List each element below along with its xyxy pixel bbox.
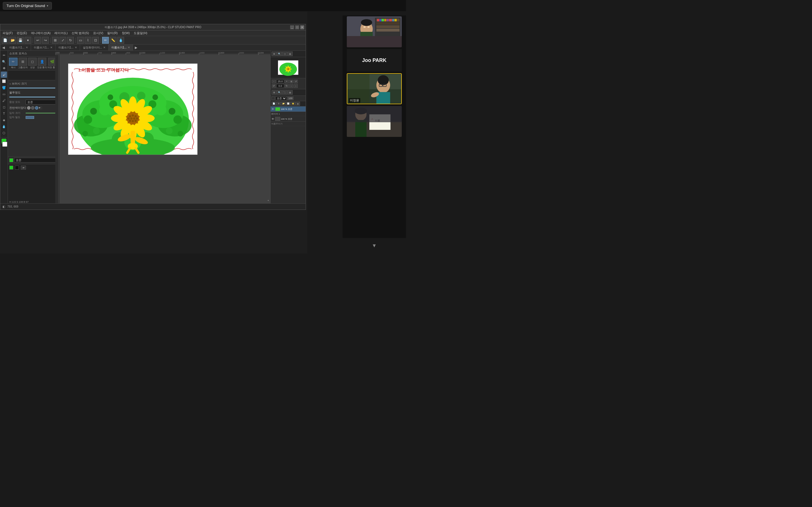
layer-copy-btn[interactable]: ⧉ <box>276 102 281 106</box>
layer-blend-icon[interactable] <box>271 97 275 100</box>
crop-button[interactable]: ⊡ <box>92 37 99 44</box>
layer-opacity-input[interactable] <box>287 97 294 100</box>
restore-button[interactable]: □ <box>295 25 299 29</box>
tool-fill[interactable]: 🪣 <box>1 84 7 91</box>
zoom-increase[interactable]: + <box>285 80 289 83</box>
status-page-icon[interactable]: ◧ <box>3 205 5 208</box>
rotate-button[interactable]: ↻ <box>67 37 74 44</box>
color-swap-btn[interactable]: ⇄ <box>21 166 26 170</box>
layer-icon-1[interactable]: ⊞ <box>271 90 276 95</box>
layer-item-2[interactable]: 👁 100 % 포준 <box>271 116 306 122</box>
sub-tool-item-human[interactable]: 👤 인공 통각 <box>37 58 47 69</box>
layer-item-1[interactable]: 👁 100 % 포준 <box>271 107 306 112</box>
zoom-input[interactable] <box>276 79 284 83</box>
tab-1[interactable]: 이름쓰기1... ✕ <box>6 45 31 50</box>
pen-tool-button[interactable]: ✏ <box>102 37 109 44</box>
tool-background-color[interactable] <box>2 142 7 147</box>
canvas-area[interactable]: 1.이름을 쓰고 꾸며봅시다 <box>59 55 270 203</box>
sub-tool-item-1[interactable]: ✏ 복사 <box>9 58 17 69</box>
color-dropdown[interactable]: ▾ <box>39 106 42 110</box>
layer-icon-4[interactable]: ▤ <box>288 90 293 95</box>
tool-eyedropper[interactable]: 💧 <box>1 123 7 129</box>
color-circle-2[interactable] <box>31 106 35 110</box>
layer-delete-btn[interactable]: 🗑 <box>296 102 300 106</box>
active-color-swatch[interactable] <box>9 158 13 162</box>
open-file-button[interactable]: 📂 <box>9 37 16 44</box>
zoom-fit[interactable]: ⊞ <box>289 80 293 83</box>
menu-layer[interactable]: 레이어(L) <box>54 31 68 35</box>
original-sound-button[interactable]: Turn On Original Sound ▾ <box>3 2 52 10</box>
scroll-down-button[interactable]: ▼ <box>343 238 406 253</box>
layer-new-btn[interactable]: 📄 <box>271 102 276 106</box>
particle-density-bar[interactable] <box>26 116 34 119</box>
tool-brush[interactable]: 🖌 <box>1 71 7 78</box>
sub-tool-item-shape[interactable]: ◻ 모양 <box>28 58 37 69</box>
eyedropper-button[interactable]: 💧 <box>117 37 124 44</box>
color-circle-1[interactable] <box>27 106 31 110</box>
menu-view[interactable]: 표시(V) <box>92 31 104 35</box>
lasso-button[interactable]: ⌇ <box>85 37 91 44</box>
tab-close-2[interactable]: ✕ <box>50 46 52 49</box>
menu-file[interactable]: 파일(F) <box>2 31 13 35</box>
zoom-reset[interactable]: ↺ <box>294 80 298 83</box>
tool-pencil[interactable]: ✏ <box>1 52 7 58</box>
rot-left[interactable]: ↺ <box>272 84 276 88</box>
drawing-canvas[interactable]: 1.이름을 쓰고 꾸며봅시다 <box>68 63 198 155</box>
menu-help[interactable]: 도움말(H) <box>133 31 148 35</box>
tool-eraser[interactable]: ⬜ <box>1 78 7 84</box>
tab-close-4[interactable]: ✕ <box>103 46 105 49</box>
minimize-button[interactable]: _ <box>290 25 294 29</box>
menu-animation[interactable]: 애니메이션(A) <box>30 31 52 35</box>
zoom-decrease[interactable]: - <box>272 80 276 83</box>
selection-button[interactable]: ▭ <box>77 37 84 44</box>
flip-v[interactable]: ↕ <box>294 84 298 88</box>
tool-text[interactable]: T <box>1 110 7 117</box>
undo-button[interactable]: ↩ <box>35 37 41 44</box>
tool-move[interactable]: ✥ <box>1 65 7 71</box>
flip-h[interactable]: ↔ <box>289 84 293 88</box>
tool-3d[interactable]: ⬡ <box>1 130 7 136</box>
redo-button[interactable]: ↪ <box>42 37 49 44</box>
nav-icon-4[interactable]: ▤ <box>288 52 293 56</box>
new-file-button[interactable]: 📄 <box>2 37 8 44</box>
layer-group-btn[interactable]: 📁 <box>281 102 286 106</box>
layer-eye-2[interactable]: 👁 <box>271 117 274 121</box>
tab-scroll-right[interactable]: ▶ <box>133 45 139 50</box>
color-circle-3[interactable] <box>35 106 38 110</box>
ruler-tool-button[interactable]: 📏 <box>110 37 116 44</box>
tool-gradient[interactable]: ◈ <box>1 117 7 123</box>
background-color-swatch[interactable] <box>15 166 19 170</box>
rotation-input[interactable] <box>276 84 284 88</box>
save-file-button[interactable]: 💾 <box>17 37 24 44</box>
layer-blend-mode-select[interactable]: 표준 <box>275 96 287 100</box>
tool-shape[interactable]: ◻ <box>1 104 7 110</box>
tab-2[interactable]: 이름쓰기1... ✕ <box>31 45 56 50</box>
close-button[interactable]: ✕ <box>300 25 304 29</box>
layer-icon-2[interactable]: 🔍 <box>277 90 282 95</box>
nav-icon-3[interactable]: ◻ <box>282 52 287 56</box>
menu-edit[interactable]: 편집(E) <box>16 31 28 35</box>
tab-3[interactable]: 이름쓰기1... ✕ <box>56 45 80 50</box>
nav-icon-1[interactable]: ⊞ <box>271 52 276 56</box>
tab-scroll-left[interactable]: ◀ <box>0 45 6 50</box>
scale-button[interactable]: ⤢ <box>59 37 66 44</box>
tab-4[interactable]: 설정화면이미... ✕ <box>80 45 109 50</box>
menu-filter[interactable]: 필터(R) <box>106 31 118 35</box>
nav-icon-2[interactable]: 🔍 <box>277 52 282 56</box>
menu-select[interactable]: 선택 범위(S) <box>71 31 90 35</box>
layer-eye-1[interactable]: 👁 <box>271 107 274 111</box>
save-options-button[interactable]: ▾ <box>24 37 31 44</box>
tool-pen[interactable]: 🖊 <box>1 98 7 104</box>
layer-effect-btn[interactable]: ⭐ <box>291 102 295 106</box>
menu-window[interactable]: 창(W) <box>121 31 131 35</box>
layer-mask-btn[interactable]: ⬜ <box>286 102 290 106</box>
tab-5-active[interactable]: 이름쓰기1... ✕ <box>109 45 133 50</box>
tool-search[interactable]: 🔍 <box>1 59 7 65</box>
sub-tool-item-group[interactable]: ⊞ 그룹/모자 <box>18 58 28 69</box>
tab-close-3[interactable]: ✕ <box>75 46 77 49</box>
layer-icon-3[interactable]: ⬛ <box>282 90 287 95</box>
tab-close-5[interactable]: ✕ <box>128 46 130 49</box>
tool-select[interactable]: ▭ <box>1 91 7 97</box>
transform-button[interactable]: ⊞ <box>52 37 59 44</box>
tab-close-1[interactable]: ✕ <box>26 46 28 49</box>
